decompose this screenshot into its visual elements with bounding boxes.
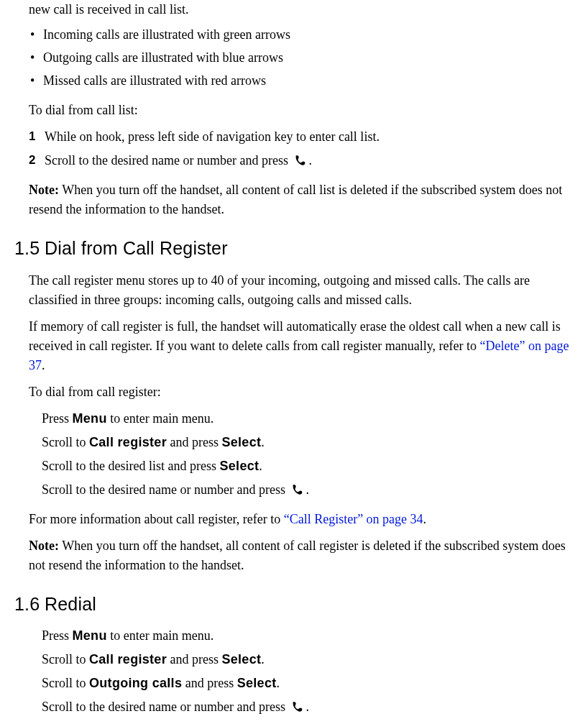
intro-fragment: new call is received in call list. (29, 0, 574, 19)
ui-select: Select (221, 435, 261, 449)
note-1: Note: When you turn off the handset, all… (29, 180, 574, 219)
ui-select: Select (221, 652, 261, 666)
bullet-outgoing: Outgoing calls are illustrated with blue… (29, 48, 574, 68)
ui-select: Select (219, 459, 259, 473)
sec15-p1: The call register menu stores up to 40 o… (29, 271, 574, 310)
steps-call-list: 1 While on hook, press left side of navi… (29, 127, 574, 170)
to-dial-call-register: To dial from call register: (29, 382, 574, 402)
note-2: Note: When you turn off the handset, all… (29, 536, 574, 575)
cr-step-2: Scroll to Call register and press Select… (42, 433, 574, 452)
step-num-1: 1 (29, 127, 45, 146)
sec15-more: For more information about call register… (29, 510, 574, 529)
bullet-missed: Missed calls are illustrated with red ar… (29, 71, 574, 91)
cr-step-4: Scroll to the desired name or number and… (42, 480, 574, 500)
note-label: Note: (29, 539, 59, 553)
ui-menu: Menu (73, 411, 107, 426)
steps-call-register: Press Menu to enter main menu. Scroll to… (42, 409, 574, 500)
ui-outgoing-calls: Outgoing calls (89, 676, 182, 690)
ui-call-register: Call register (89, 652, 167, 666)
link-call-register-p34[interactable]: “Call Register” on page 34 (284, 512, 423, 526)
call-arrow-bullets: Incoming calls are illustrated with gree… (29, 25, 574, 91)
call-icon (290, 482, 304, 495)
rd-step-2: Scroll to Call register and press Select… (42, 650, 574, 669)
ui-menu: Menu (73, 628, 107, 643)
step-text-1: While on hook, press left side of naviga… (45, 127, 574, 147)
sec15-p2: If memory of call register is full, the … (29, 317, 574, 375)
step-num-2: 2 (29, 151, 45, 170)
heading-1-5: 1.5Dial from Call Register (14, 235, 574, 262)
step-text-2: Scroll to the desired name or number and… (45, 151, 574, 170)
heading-1-6: 1.6Redial (14, 591, 574, 618)
bullet-incoming: Incoming calls are illustrated with gree… (29, 25, 574, 45)
cr-step-1: Press Menu to enter main menu. (42, 409, 574, 429)
ui-select: Select (237, 676, 277, 690)
call-icon (290, 700, 304, 712)
document-page: new call is received in call list. Incom… (0, 0, 588, 724)
call-icon (293, 153, 307, 166)
rd-step-1: Press Menu to enter main menu. (42, 626, 574, 646)
steps-redial: Press Menu to enter main menu. Scroll to… (42, 626, 574, 717)
cr-step-3: Scroll to the desired list and press Sel… (42, 457, 574, 476)
ui-call-register: Call register (89, 435, 167, 449)
rd-step-3: Scroll to Outgoing calls and press Selec… (42, 674, 574, 693)
to-dial-call-list: To dial from call list: (29, 101, 574, 120)
note-label: Note: (29, 183, 59, 197)
rd-step-4: Scroll to the desired name or number and… (42, 697, 574, 717)
